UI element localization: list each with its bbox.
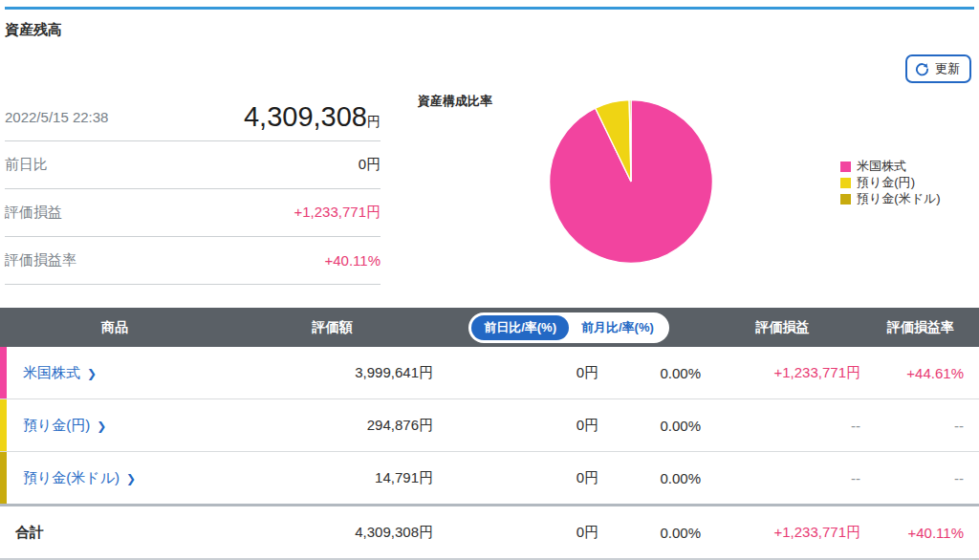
product-cell: 預り金(円)❯: [0, 399, 229, 452]
value-cell: 4,309,308円: [229, 506, 435, 560]
value-cell: --: [862, 452, 979, 506]
header-product: 商品: [0, 308, 229, 347]
summary-panel: 2022/5/15 22:38 4,309,308円 前日比0円評価損益+1,2…: [5, 94, 381, 285]
chevron-right-icon: ❯: [97, 420, 106, 433]
summary-row: 前日比0円: [5, 141, 381, 189]
table-row: 預り金(米ドル)❯14,791円0円0.00%----: [0, 452, 979, 506]
value-cell: +1,233,771円: [703, 347, 862, 399]
product-link[interactable]: 預り金(米ドル): [23, 469, 120, 485]
refresh-button[interactable]: 更新: [905, 54, 971, 83]
summary-row: 評価損益率+40.11%: [5, 237, 381, 285]
summary-row: 評価損益+1,233,771円: [5, 189, 381, 237]
product-link[interactable]: 米国株式: [23, 364, 80, 380]
category-color-stripe: [0, 347, 7, 398]
value-cell: 14,791円: [229, 452, 435, 506]
table-row: 預り金(円)❯294,876円0円0.00%----: [0, 399, 979, 452]
value-cell: 0.00%: [600, 347, 703, 399]
value-cell: +44.61%: [862, 347, 979, 399]
value-cell: 294,876円: [229, 399, 435, 452]
header-pl: 評価損益: [703, 308, 862, 347]
top-accent-bar: [5, 7, 974, 10]
value-cell: 0.00%: [600, 506, 703, 560]
value-cell: --: [862, 399, 979, 452]
legend-swatch-icon: [840, 194, 851, 205]
asset-pie-chart: [547, 97, 715, 266]
legend-item: 預り金(米ドル): [840, 191, 941, 206]
legend-swatch-icon: [840, 178, 851, 188]
summary-row-total: 2022/5/15 22:38 4,309,308円: [5, 94, 381, 141]
value-cell: 0円: [435, 506, 600, 560]
toggle-option[interactable]: 前日比/率(%): [471, 315, 569, 340]
value-cell: 0円: [435, 452, 600, 506]
header-valuation: 評価額: [229, 308, 435, 347]
product-link[interactable]: 預り金(円): [23, 417, 90, 433]
chevron-right-icon: ❯: [87, 367, 97, 380]
legend-item: 米国株式: [840, 159, 941, 174]
summary-label: 評価損益率: [5, 251, 76, 269]
category-color-stripe: [0, 452, 7, 504]
legend-swatch-icon: [840, 162, 851, 172]
chart-title: 資産構成比率: [418, 93, 492, 110]
summary-value: +1,233,771円: [294, 204, 381, 222]
legend-label: 預り金(米ドル): [857, 191, 941, 206]
value-cell: +40.11%: [862, 506, 979, 560]
chart-legend: 米国株式預り金(円)預り金(米ドル): [840, 159, 941, 206]
summary-value: 0円: [359, 156, 381, 174]
product-cell: 預り金(米ドル)❯: [0, 452, 229, 506]
holdings-table-body: 米国株式❯3,999,641円0円0.00%+1,233,771円+44.61%…: [0, 347, 979, 559]
value-cell: 0円: [435, 399, 600, 452]
summary-timestamp: 2022/5/15 22:38: [5, 109, 108, 125]
page-title: 資産残高: [5, 21, 62, 39]
category-color-stripe: [0, 399, 7, 451]
header-pl-pct: 評価損益率: [862, 308, 979, 347]
table-header-row: 商品 評価額 前日比/率(%)前月比/率(%) 評価損益 評価損益率: [0, 308, 979, 347]
value-cell: 3,999,641円: [229, 347, 435, 399]
summary-value: +40.11%: [324, 252, 381, 269]
value-cell: 0.00%: [600, 399, 703, 452]
summary-label: 前日比: [5, 156, 48, 174]
legend-label: 預り金(円): [857, 175, 915, 190]
product-cell: 米国株式❯: [0, 347, 229, 399]
total-label-cell: 合計: [0, 506, 229, 560]
refresh-button-label: 更新: [935, 60, 960, 77]
value-cell: 0.00%: [600, 452, 703, 506]
value-cell: +1,233,771円: [703, 506, 862, 560]
legend-item: 預り金(円): [840, 175, 941, 190]
toggle-option[interactable]: 前月比/率(%): [569, 315, 666, 340]
table-total-row: 合計4,309,308円0円0.00%+1,233,771円+40.11%: [0, 506, 979, 560]
total-asset-value: 4,309,308円: [244, 101, 381, 133]
summary-label: 評価損益: [5, 204, 62, 222]
value-cell: --: [703, 452, 862, 506]
asset-summary-section: 資産残高 更新 2022/5/15 22:38 4,309,308円 前日比0円…: [0, 0, 979, 308]
table-row: 米国株式❯3,999,641円0円0.00%+1,233,771円+44.61%: [0, 347, 979, 399]
value-cell: --: [703, 399, 862, 452]
chevron-right-icon: ❯: [126, 472, 136, 485]
legend-label: 米国株式: [857, 159, 906, 174]
holdings-table: 商品 評価額 前日比/率(%)前月比/率(%) 評価損益 評価損益率 米国株式❯…: [0, 308, 979, 560]
period-toggle: 前日比/率(%)前月比/率(%): [468, 312, 669, 343]
value-cell: 0円: [435, 347, 600, 399]
header-toggle-cell: 前日比/率(%)前月比/率(%): [435, 308, 703, 347]
refresh-icon: [915, 62, 929, 76]
